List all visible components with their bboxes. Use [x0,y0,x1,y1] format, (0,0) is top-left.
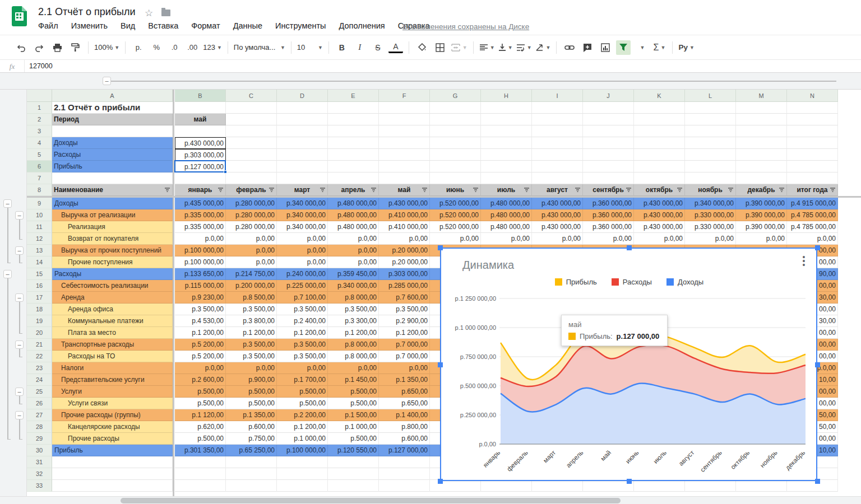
column-header-K[interactable]: K [634,90,685,102]
cell-M33[interactable] [736,480,787,492]
row-header-18[interactable]: 18 [27,304,52,315]
cell-E4[interactable] [328,137,379,149]
cell-N6[interactable] [787,161,838,172]
cell-I6[interactable] [532,161,583,172]
menu-6[interactable]: Данные [233,21,262,34]
cell-B18[interactable]: р.3 500,00 [175,304,226,315]
text-rotation-button[interactable]: ▼ [535,40,551,55]
row-header-26[interactable]: 26 [27,398,52,409]
cell-A30[interactable]: Прибыль [52,445,173,456]
cell-D25[interactable]: р.500,00 [277,386,328,398]
cell-E6[interactable] [328,161,379,172]
cell-B26[interactable]: р.500,00 [175,398,226,409]
cell-G5[interactable] [430,149,481,161]
cell-C8[interactable]: февраль [226,184,277,196]
cell-J2[interactable] [583,114,634,125]
cell-K6[interactable] [634,161,685,172]
cell-B16[interactable]: р.115 000,00 [175,280,226,292]
cell-D28[interactable]: р.1 200,00 [277,421,328,433]
cell-H5[interactable] [481,149,532,161]
cell-F4[interactable] [379,137,430,149]
cell-M12[interactable]: р.0,00 [736,233,787,245]
cell-B21[interactable]: р.5 200,00 [175,339,226,351]
row-header-7[interactable]: 7 [27,172,52,184]
cell-C17[interactable]: р.8 500,00 [226,292,277,304]
cell-D21[interactable]: р.3 500,00 [277,339,328,351]
cell-B19[interactable]: р.4 530,00 [175,315,226,327]
select-all-corner[interactable] [27,90,52,102]
cell-L11[interactable]: р.330 000,00 [685,221,736,233]
horizontal-scrollbar[interactable] [0,496,861,504]
cell-E7[interactable] [328,172,379,184]
row-header-14[interactable]: 14 [27,256,52,268]
cell-M8[interactable]: декабрь [736,184,787,196]
cell-F13[interactable]: р.20 000,00 [379,245,430,256]
cell-H11[interactable]: р.480 000,00 [481,221,532,233]
cell-M4[interactable] [736,137,787,149]
cell-C18[interactable]: р.3 500,00 [226,304,277,315]
cell-A28[interactable]: Канцелярские расходы [52,421,173,433]
percent-format-button[interactable]: % [149,40,164,55]
cell-C9[interactable]: р.280 000,00 [226,198,277,209]
chart-resize-handle-6[interactable] [438,479,443,484]
cell-F32[interactable] [379,468,430,480]
cell-K4[interactable] [634,137,685,149]
cell-M3[interactable] [736,125,787,137]
cell-H9[interactable]: р.480 000,00 [481,198,532,209]
cell-C13[interactable]: р.0,00 [226,245,277,256]
cell-N5[interactable] [787,149,838,161]
cell-A33[interactable] [52,480,173,492]
chart-resize-handle-4[interactable] [438,362,443,367]
cell-E27[interactable]: р.1 500,00 [328,409,379,421]
cell-B20[interactable]: р.1 200,00 [175,327,226,339]
cell-B29[interactable]: р.500,00 [175,433,226,445]
cell-C15[interactable]: р.214 750,00 [226,268,277,280]
cell-D33[interactable] [277,480,328,492]
row-group-collapse-15[interactable]: – [3,270,12,278]
cell-L7[interactable] [685,172,736,184]
cell-M9[interactable]: р.390 000,00 [736,198,787,209]
bold-button[interactable]: B [335,40,349,55]
cell-E8[interactable]: апрель [328,184,379,196]
cell-H3[interactable] [481,125,532,137]
cell-A11[interactable]: Реализация [52,221,173,233]
merge-cells-button[interactable]: ▼ [451,40,467,55]
row-header-10[interactable]: 10 [27,209,52,221]
cell-E20[interactable]: р.1 200,00 [328,327,379,339]
cell-C33[interactable] [226,480,277,492]
cell-D12[interactable]: р.0,00 [277,233,328,245]
cell-E29[interactable]: р.500,00 [328,433,379,445]
cell-J12[interactable]: р.0,00 [583,233,634,245]
row-group-collapse-25[interactable]: – [15,388,24,396]
cell-I12[interactable]: р.0,00 [532,233,583,245]
cell-K12[interactable]: р.0,00 [634,233,685,245]
row-header-22[interactable]: 22 [27,351,52,362]
cell-F27[interactable]: р.1 400,00 [379,409,430,421]
cell-F16[interactable]: р.285 000,00 [379,280,430,292]
cell-C24[interactable]: р.900,00 [226,374,277,386]
cell-C28[interactable]: р.600,00 [226,421,277,433]
cell-N12[interactable]: р.0,00 [787,233,838,245]
cell-A16[interactable]: Себестоимость реализации [52,280,173,292]
cell-N2[interactable] [787,114,838,125]
cell-A5[interactable]: Расходы [52,149,173,161]
cell-N4[interactable] [787,137,838,149]
cell-A10[interactable]: Выручка от реализации [52,209,173,221]
cell-K33[interactable] [634,480,685,492]
cell-A27[interactable]: Прочие расходы (группы) [52,409,173,421]
cell-H2[interactable] [481,114,532,125]
cell-C5[interactable] [226,149,277,161]
row-header-2[interactable]: 2 [27,114,52,125]
cell-B9[interactable]: р.435 000,00 [175,198,226,209]
more-formats-button[interactable]: 123▼ [203,40,222,55]
row-header-1[interactable]: 1 [27,102,52,114]
cell-B22[interactable]: р.5 200,00 [175,351,226,362]
cell-N9[interactable]: р.4 915 000,00 [787,198,838,209]
row-header-24[interactable]: 24 [27,374,52,386]
cell-B11[interactable]: р.335 000,00 [175,221,226,233]
cell-D19[interactable]: р.2 400,00 [277,315,328,327]
cell-B7[interactable] [175,172,226,184]
cell-B12[interactable]: р.0,00 [175,233,226,245]
cell-H12[interactable]: р.0,00 [481,233,532,245]
cell-B32[interactable] [175,468,226,480]
